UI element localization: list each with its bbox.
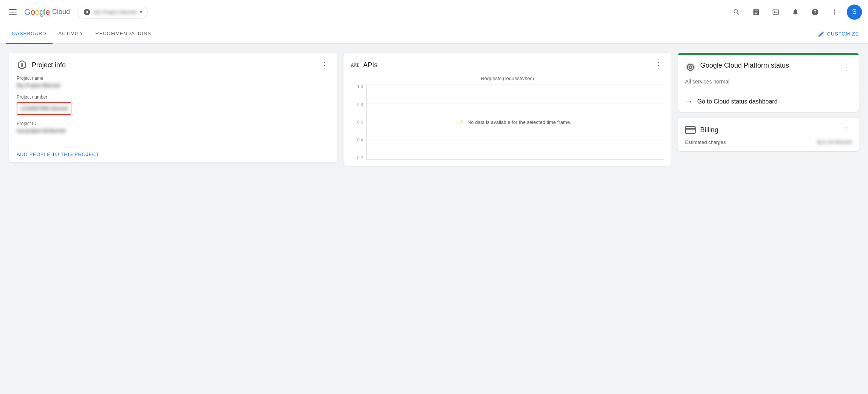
project-name-field: Project name My Project Blurred bbox=[17, 76, 330, 88]
project-info-body: Project name My Project Blurred Project … bbox=[9, 76, 337, 146]
project-info-card: Project info ⋮ Project name My Project B… bbox=[9, 53, 337, 162]
right-column: Google Cloud Platform status ⋮ All servi… bbox=[678, 53, 859, 151]
tab-activity[interactable]: ACTIVITY bbox=[53, 24, 90, 44]
google-cloud-logo[interactable]: Google Cloud bbox=[24, 7, 70, 17]
project-info-title: Project info bbox=[32, 61, 66, 69]
tab-dashboard[interactable]: DASHBOARD bbox=[6, 24, 53, 44]
project-name-value: My Project Blurred bbox=[17, 82, 330, 88]
gcp-status-card: Google Cloud Platform status ⋮ All servi… bbox=[678, 53, 859, 112]
cloud-wordmark: Cloud bbox=[52, 8, 70, 16]
apis-body: Requests (requests/sec) 1.0 0.8 0.6 0.4 … bbox=[343, 76, 672, 166]
pencil-icon bbox=[818, 31, 825, 37]
api-icon: API bbox=[351, 62, 359, 68]
project-info-title-area: Project info bbox=[17, 60, 66, 70]
customize-button[interactable]: CUSTOMIZE bbox=[815, 31, 862, 37]
billing-header: Billing ⋮ bbox=[685, 124, 851, 136]
project-selector[interactable]: My Project blurred ▾ bbox=[77, 6, 148, 19]
add-people-button[interactable]: ADD PEOPLE TO THIS PROJECT bbox=[9, 146, 337, 162]
no-data-text: No data is available for the selected ti… bbox=[467, 119, 571, 125]
cloud-status-link-text: Go to Cloud status dashboard bbox=[697, 98, 778, 105]
y-label-4: 0.4 bbox=[357, 138, 363, 142]
y-label-3: 0.6 bbox=[357, 120, 363, 124]
terminal-button[interactable] bbox=[768, 5, 783, 20]
y-label-1: 1.0 bbox=[357, 84, 363, 89]
gcp-status-title-area: Google Cloud Platform status bbox=[685, 61, 789, 74]
gcp-status-more-button[interactable]: ⋮ bbox=[841, 61, 851, 73]
hamburger-menu-button[interactable] bbox=[6, 5, 20, 19]
project-id-field: Project ID my-project-id-blurred bbox=[17, 121, 330, 134]
billing-amount: $12.34 blurred bbox=[817, 139, 851, 145]
apis-title: APIs bbox=[363, 61, 378, 69]
billing-body: Billing ⋮ Estimated charges $12.34 blurr… bbox=[678, 118, 859, 151]
arrow-right-icon: → bbox=[685, 97, 693, 106]
billing-icon bbox=[685, 126, 696, 134]
y-label-5: 0.2 bbox=[357, 155, 363, 160]
bell-icon bbox=[792, 8, 799, 16]
no-data-message: ⚠ No data is available for the selected … bbox=[459, 118, 571, 125]
tab-bar: DASHBOARD ACTIVITY RECOMMENDATIONS CUSTO… bbox=[0, 24, 868, 44]
project-selector-icon bbox=[83, 8, 91, 16]
gcp-status-icon bbox=[685, 62, 696, 74]
help-button[interactable] bbox=[808, 5, 823, 20]
project-number-value: 1234567890 blurred bbox=[20, 105, 68, 111]
apis-more-button[interactable]: ⋮ bbox=[653, 59, 664, 71]
user-avatar[interactable]: S bbox=[847, 5, 862, 20]
apis-header: API APIs ⋮ bbox=[343, 53, 672, 76]
billing-card: Billing ⋮ Estimated charges $12.34 blurr… bbox=[678, 118, 859, 151]
project-id-value: my-project-id-blurred bbox=[17, 128, 330, 134]
project-name-text: My Project blurred bbox=[94, 9, 137, 15]
top-navigation: Google Cloud My Project blurred ▾ bbox=[0, 0, 868, 24]
project-number-field: Project number 1234567890 blurred bbox=[17, 94, 330, 115]
chart-plot: ⚠ No data is available for the selected … bbox=[366, 84, 664, 160]
gcp-status-header: Google Cloud Platform status ⋮ bbox=[685, 61, 851, 74]
billing-title: Billing bbox=[700, 126, 718, 134]
cloud-status-dashboard-link[interactable]: → Go to Cloud status dashboard bbox=[678, 91, 859, 112]
google-wordmark: Google bbox=[24, 7, 50, 17]
customize-label: CUSTOMIZE bbox=[827, 31, 859, 37]
project-id-label: Project ID bbox=[17, 121, 330, 126]
terminal-icon bbox=[772, 8, 780, 16]
clipboard-button[interactable] bbox=[749, 5, 764, 20]
tab-recommendations[interactable]: RECOMMENDATIONS bbox=[89, 24, 157, 44]
gcp-status-title: Google Cloud Platform status bbox=[700, 61, 789, 70]
search-icon bbox=[733, 8, 740, 16]
search-button[interactable] bbox=[729, 5, 744, 20]
status-normal-text: All services normal bbox=[685, 79, 851, 85]
help-icon bbox=[811, 8, 819, 16]
billing-subtitle: Estimated charges bbox=[685, 139, 726, 145]
project-number-label: Project number bbox=[17, 94, 330, 100]
chart-label: Requests (requests/sec) bbox=[351, 76, 664, 81]
more-options-button[interactable] bbox=[827, 5, 842, 20]
chevron-down-icon: ▾ bbox=[140, 9, 142, 15]
project-info-header: Project info ⋮ bbox=[9, 53, 337, 76]
warning-icon: ⚠ bbox=[459, 118, 464, 125]
main-content: Project info ⋮ Project name My Project B… bbox=[0, 44, 868, 175]
project-number-box: 1234567890 blurred bbox=[17, 102, 71, 115]
notifications-button[interactable] bbox=[788, 5, 803, 20]
apis-card: API APIs ⋮ Requests (requests/sec) 1.0 0… bbox=[343, 53, 672, 166]
gcp-status-body: Google Cloud Platform status ⋮ All servi… bbox=[678, 55, 859, 91]
billing-title-area: Billing bbox=[685, 126, 718, 134]
clipboard-icon bbox=[752, 8, 760, 16]
project-info-more-button[interactable]: ⋮ bbox=[319, 59, 330, 71]
chart-y-axis: 1.0 0.8 0.6 0.4 0.2 bbox=[351, 84, 366, 160]
project-name-label: Project name bbox=[17, 76, 330, 81]
vertical-dots-icon bbox=[831, 8, 839, 16]
chart-area: 1.0 0.8 0.6 0.4 0.2 ⚠ No data is availab… bbox=[351, 84, 664, 160]
apis-title-area: API APIs bbox=[351, 61, 378, 69]
y-label-2: 0.8 bbox=[357, 102, 363, 107]
billing-more-button[interactable]: ⋮ bbox=[841, 124, 851, 136]
project-info-icon bbox=[17, 60, 27, 70]
